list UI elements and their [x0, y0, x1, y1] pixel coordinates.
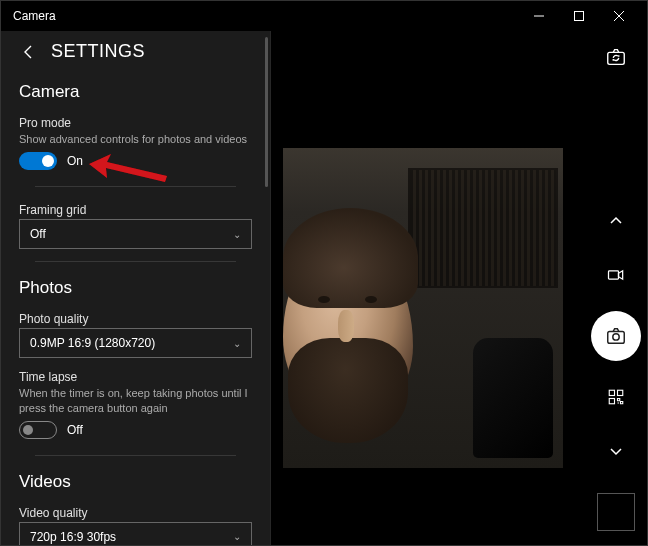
time-lapse-toggle[interactable]: [19, 421, 57, 439]
gallery-thumbnail[interactable]: [597, 493, 635, 531]
svg-rect-0: [575, 12, 584, 21]
scrollbar[interactable]: [265, 37, 268, 187]
preview-image: [283, 148, 563, 468]
time-lapse-sub: When the timer is on, keep taking photos…: [19, 386, 252, 415]
chevron-down-icon: ⌄: [233, 531, 241, 542]
chevron-down-icon: ⌄: [233, 338, 241, 349]
pro-mode-state: On: [67, 154, 83, 168]
close-button[interactable]: [599, 1, 639, 31]
divider: [35, 455, 236, 456]
time-lapse-state: Off: [67, 423, 83, 437]
divider: [35, 261, 236, 262]
camera-controls-bar: [585, 31, 647, 545]
section-camera: Camera: [19, 82, 252, 102]
svg-rect-1: [608, 52, 625, 64]
capture-button[interactable]: [591, 311, 641, 361]
section-photos: Photos: [19, 278, 252, 298]
arrow-down-button[interactable]: [598, 433, 634, 469]
camera-preview: [271, 31, 585, 545]
video-mode-button[interactable]: [598, 257, 634, 293]
photo-quality-value: 0.9MP 16:9 (1280x720): [30, 336, 155, 350]
video-quality-value: 720p 16:9 30fps: [30, 530, 116, 544]
switch-camera-button[interactable]: [598, 39, 634, 75]
chevron-down-icon: ⌄: [233, 229, 241, 240]
video-quality-select[interactable]: 720p 16:9 30fps ⌄: [19, 522, 252, 545]
svg-rect-7: [609, 399, 614, 404]
title-bar: Camera: [1, 1, 647, 31]
pro-mode-toggle[interactable]: [19, 152, 57, 170]
video-quality-label: Video quality: [19, 506, 252, 520]
divider: [35, 186, 236, 187]
svg-rect-5: [609, 390, 614, 395]
maximize-button[interactable]: [559, 1, 599, 31]
settings-panel: SETTINGS Camera Pro mode Show advanced c…: [1, 31, 271, 545]
section-videos: Videos: [19, 472, 252, 492]
svg-point-4: [613, 334, 619, 340]
window-controls: [519, 1, 639, 31]
svg-rect-6: [618, 390, 623, 395]
pro-mode-label: Pro mode: [19, 116, 252, 130]
app-title: Camera: [9, 9, 519, 23]
qr-mode-button[interactable]: [598, 379, 634, 415]
time-lapse-label: Time lapse: [19, 370, 252, 384]
settings-title: SETTINGS: [51, 41, 145, 62]
arrow-up-button[interactable]: [598, 203, 634, 239]
back-button[interactable]: [19, 42, 39, 62]
minimize-button[interactable]: [519, 1, 559, 31]
photo-quality-label: Photo quality: [19, 312, 252, 326]
pro-mode-sub: Show advanced controls for photos and vi…: [19, 132, 252, 146]
framing-grid-value: Off: [30, 227, 46, 241]
framing-grid-label: Framing grid: [19, 203, 252, 217]
svg-rect-2: [609, 271, 619, 279]
photo-quality-select[interactable]: 0.9MP 16:9 (1280x720) ⌄: [19, 328, 252, 358]
framing-grid-select[interactable]: Off ⌄: [19, 219, 252, 249]
